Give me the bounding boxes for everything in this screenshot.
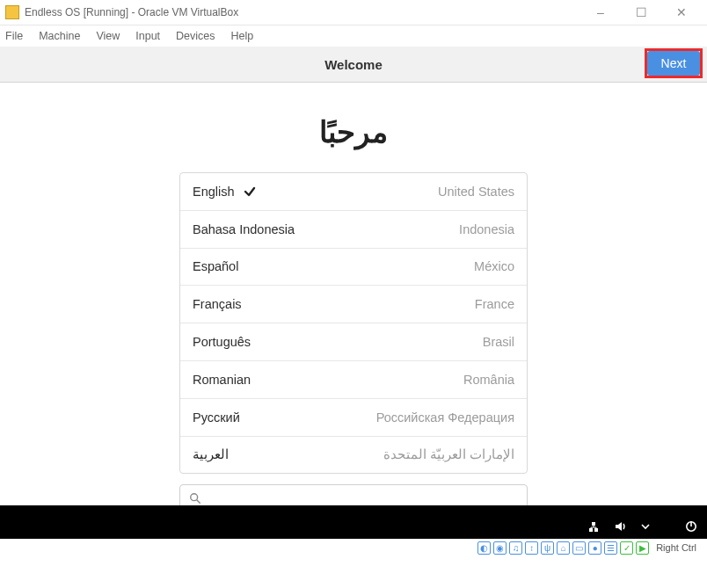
status-disk-icon[interactable]: ◐ [477,541,491,555]
menu-file[interactable]: File [5,30,23,42]
network-icon[interactable] [587,518,605,535]
menu-help[interactable]: Help [231,30,254,42]
host-title: Endless OS [Running] - Oracle VM Virtual… [25,6,238,18]
status-record-icon[interactable]: ● [588,541,601,555]
svg-rect-4 [594,528,598,532]
page-title: Welcome [324,57,383,72]
host-key-label: Right Ctrl [656,542,696,553]
language-row[interactable]: English United States [180,173,527,210]
host-statusbar: ◐ ◉ ♫ ↕ ψ ⌂ ▭ ● ☰ ✓ ▶ Right Ctrl [0,539,707,556]
language-row[interactable]: Bahasa Indonesia Indonesia [180,210,527,248]
language-row[interactable]: Português Brasil [180,323,527,360]
language-name: Français [193,297,242,311]
welcome-heading: مرحبًا [0,114,707,149]
status-audio-icon[interactable]: ♫ [509,541,522,555]
language-country: الإمارات العربيّة المتحدة [383,447,514,461]
language-country: România [463,373,514,387]
vm-icon [5,5,19,19]
guest-screen: Welcome Next مرحبًا English United State… [0,47,707,539]
language-panel: English United States Bahasa Indonesia I… [179,172,528,512]
language-name: Русский [193,410,240,425]
language-country: France [475,297,514,311]
host-titlebar: Endless OS [Running] - Oracle VM Virtual… [0,0,707,25]
status-icons: ◐ ◉ ♫ ↕ ψ ⌂ ▭ ● ☰ ✓ ▶ [477,541,649,555]
search-icon [189,492,201,505]
language-name: Português [193,335,251,349]
volume-icon[interactable] [612,518,630,535]
search-input[interactable] [208,490,518,506]
svg-line-1 [197,500,200,503]
language-name: Bahasa Indonesia [193,222,295,236]
close-button[interactable]: ✕ [661,0,702,25]
next-button-highlight: Next [645,48,703,78]
status-optical-icon[interactable]: ◉ [493,541,507,555]
chevron-down-icon[interactable] [637,518,654,535]
language-row[interactable]: Español México [180,248,527,286]
menu-input[interactable]: Input [135,30,160,42]
language-row[interactable]: Français France [180,285,527,323]
menu-devices[interactable]: Devices [176,30,215,42]
language-row[interactable]: Romanian România [180,360,527,398]
status-shared-icon[interactable]: ⌂ [557,541,570,555]
svg-rect-2 [592,522,595,526]
next-button[interactable]: Next [647,51,700,76]
headerbar: Welcome Next [0,47,707,83]
check-icon [244,185,256,198]
language-name: Español [193,259,238,273]
language-country: Brasil [483,335,514,349]
language-list: English United States Bahasa Indonesia I… [179,172,528,474]
language-row[interactable]: العربية الإمارات العربيّة المتحدة [180,436,527,474]
language-country: Indonesia [459,222,514,236]
language-country: United States [438,185,514,199]
host-menubar: File Machine View Input Devices Help [0,25,707,47]
svg-rect-3 [589,528,593,532]
guest-black-strip [0,505,707,514]
status-ga-icon[interactable]: ✓ [620,541,633,555]
guest-panel [0,514,707,539]
language-row[interactable]: Русский Российская Федерация [180,398,527,436]
menu-view[interactable]: View [96,30,120,42]
language-name: English [193,185,235,199]
menu-machine[interactable]: Machine [39,30,80,42]
language-name: Romanian [193,373,251,387]
status-cpu-icon[interactable]: ▶ [636,541,649,555]
status-net-icon[interactable]: ↕ [525,541,538,555]
status-usb-icon[interactable]: ψ [541,541,554,555]
maximize-button[interactable]: ☐ [621,0,661,25]
language-country: Российская Федерация [376,410,514,425]
power-icon[interactable] [682,518,700,535]
language-country: México [474,259,514,273]
status-vrde-icon[interactable]: ☰ [604,541,617,555]
language-name: العربية [193,447,229,461]
minimize-button[interactable]: – [580,0,621,25]
status-display-icon[interactable]: ▭ [572,541,586,555]
